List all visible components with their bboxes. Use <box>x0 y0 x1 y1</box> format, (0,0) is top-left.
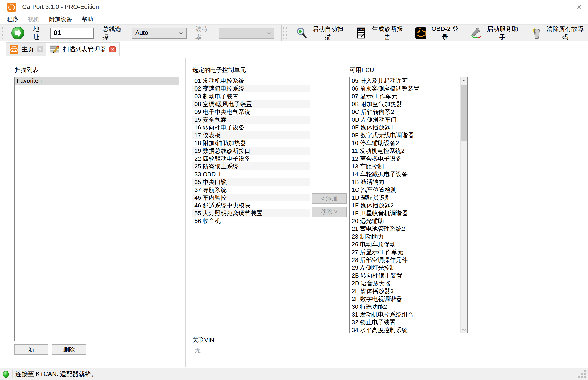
status-divider <box>572 370 572 378</box>
remove-button[interactable]: 移除 > <box>312 207 347 217</box>
list-item[interactable]: 07 显示/工作单元 <box>350 92 460 100</box>
list-item[interactable]: 21 蓄电池管理系统2 <box>350 225 460 233</box>
list-item[interactable]: 06 前乘客侧座椅调整装置 <box>350 85 460 92</box>
selected-ecu-list[interactable]: 01 发动机电控系统02 变速箱电控系统03 制动电子装置08 空调/暖风电子装… <box>192 76 310 333</box>
list-item[interactable]: 14 车轮减振电子设备 <box>350 170 460 178</box>
list-item[interactable]: 10 停车辅助设备2 <box>350 139 460 147</box>
list-item[interactable]: 01 发动机电控系统 <box>192 77 310 85</box>
tab-scanlist-manager[interactable]: 扫描列表管理器 ✕ <box>46 42 120 56</box>
scan-list-box[interactable]: Favoriten <box>15 76 179 341</box>
list-item[interactable]: 56 收音机 <box>192 217 310 225</box>
list-item[interactable]: 1D 驾驶员识别 <box>350 194 460 201</box>
obd2-login-button[interactable]: OBD-2 登录 <box>413 23 463 43</box>
tab-home[interactable]: 主页 ✕ <box>6 42 47 56</box>
diagnostic-report-button[interactable]: OBD 生成诊断报告 <box>354 23 407 43</box>
list-item[interactable]: 08 空调/暖风电子装置 <box>192 100 310 108</box>
list-item[interactable]: 34 水平高度控制系统 <box>350 326 460 333</box>
list-item[interactable]: 12 离合器电子设备 <box>350 155 460 163</box>
list-item[interactable]: 19 数据总线诊断接口 <box>192 147 310 155</box>
list-item[interactable]: 03 制动电子装置 <box>192 92 310 100</box>
list-item[interactable]: 33 OBD II <box>192 170 310 178</box>
tab-bar: 主页 ✕ 扫描列表管理器 ✕ <box>0 42 588 56</box>
clear-dtc-button[interactable]: 清除所有故障码 <box>528 23 588 43</box>
list-item[interactable]: 11 发动机电控系统2 <box>350 147 460 155</box>
list-item[interactable]: 55 大灯照明距离调节装置 <box>192 209 310 217</box>
list-item[interactable]: 28 后部空调操作元件 <box>350 256 460 264</box>
list-item[interactable]: 37 导航系统 <box>192 186 310 194</box>
toolbar: 地址: 总线选择: Auto 波特率: 启动自动扫描 <box>0 24 588 41</box>
start-button[interactable] <box>11 26 24 40</box>
list-item[interactable]: 13 车距控制 <box>350 163 460 170</box>
list-item[interactable]: 0B 附加空气加热器 <box>350 100 460 108</box>
service-assistant-button[interactable]: 启动服务助手 <box>469 23 522 43</box>
list-item[interactable]: 35 中央门锁 <box>192 178 310 186</box>
status-text: 连接至 K+CAN. 适配器就绪。 <box>15 368 97 380</box>
toolbar-separator <box>281 25 282 41</box>
list-item[interactable]: 1F 卫星收音机调谐器 <box>350 209 460 217</box>
list-item[interactable]: 27 后显示/工作单元 <box>350 248 460 256</box>
list-item[interactable]: 15 安全气囊 <box>192 116 310 124</box>
list-item[interactable]: 20 远光辅助 <box>350 217 460 225</box>
list-item[interactable]: 16 转向柱电子设备 <box>192 124 310 131</box>
auto-scan-button[interactable]: 启动自动扫描 <box>294 23 347 43</box>
address-input[interactable] <box>50 27 94 38</box>
list-item[interactable]: 0F 数字式无线电调谐器 <box>350 131 460 139</box>
toolbar-grip <box>2 27 5 39</box>
list-item[interactable]: 2E 媒体播放器3 <box>350 287 460 295</box>
new-button[interactable]: 新 <box>15 344 48 355</box>
list-item[interactable]: 22 四轮驱动电子设备 <box>192 155 310 163</box>
service-assistant-icon <box>470 27 483 39</box>
scanlist-manager-page: 扫描列表 Favoriten 新 删除 选定的电子控制单元 01 发动机电控系统… <box>0 56 588 368</box>
menu-bar: 程序 视图 附加设备 帮助 <box>0 14 588 24</box>
list-item[interactable]: 05 进入及其起动许可 <box>350 77 460 85</box>
list-item[interactable]: 45 车内监控 <box>192 194 310 201</box>
list-item[interactable]: 31 发动机电控系统组合 <box>350 311 460 318</box>
list-item[interactable]: 32 锁止电子装置 <box>350 318 460 326</box>
available-ecu-list[interactable]: 05 进入及其起动许可06 前乘客侧座椅调整装置07 显示/工作单元0B 附加空… <box>349 76 467 333</box>
available-ecu-scrollbar[interactable] <box>460 77 467 333</box>
list-item[interactable]: 1B 激活转向 <box>350 178 460 186</box>
list-item[interactable]: 0E 媒体播放器1 <box>350 124 460 131</box>
list-item[interactable]: 17 仪表板 <box>192 131 310 139</box>
list-item[interactable]: 2F 数字电视调谐器 <box>350 295 460 303</box>
baud-dropdown <box>219 27 274 38</box>
chevron-up-icon <box>462 79 466 82</box>
vin-input[interactable] <box>192 346 310 355</box>
scrollbar-thumb[interactable] <box>461 85 467 141</box>
tab-home-close-icon[interactable]: ✕ <box>37 46 43 52</box>
chevron-down-icon <box>267 32 271 35</box>
list-item[interactable]: 02 变速箱电控系统 <box>192 85 310 92</box>
app-window: CarPort 3.1.0 - PRO-Edition 程序 视图 附加设备 帮… <box>0 0 588 380</box>
tab-scanlist-manager-close-icon[interactable]: ✕ <box>109 46 116 53</box>
menu-item-help[interactable]: 帮助 <box>77 15 98 23</box>
obd2-login-label: OBD-2 登录 <box>429 25 461 41</box>
list-item[interactable]: 23 制动助力 <box>350 233 460 240</box>
add-button[interactable]: < 添加 <box>312 193 347 204</box>
baud-label: 波特率: <box>195 25 215 41</box>
list-item[interactable]: 1E 媒体播放器2 <box>350 201 460 209</box>
list-item[interactable]: 30 特殊功能2 <box>350 303 460 311</box>
list-item[interactable]: Favoriten <box>15 77 179 85</box>
list-item[interactable]: 29 左侧灯光控制 <box>350 264 460 272</box>
minimize-button[interactable] <box>534 0 552 14</box>
maximize-button[interactable] <box>552 0 570 14</box>
list-item[interactable]: 18 附加/辅助加热器 <box>192 139 310 147</box>
scrollbar-down-button[interactable] <box>461 326 467 333</box>
bus-select-dropdown[interactable]: Auto <box>132 27 187 38</box>
app-logo-car-icon <box>7 2 16 12</box>
list-item[interactable]: 26 电动车顶促动 <box>350 240 460 248</box>
close-button[interactable] <box>570 0 588 14</box>
list-item[interactable]: 25 防盗锁止系统 <box>192 163 310 170</box>
list-item[interactable]: 46 舒适系统中央模块 <box>192 201 310 209</box>
scrollbar-up-button[interactable] <box>461 77 467 84</box>
list-item[interactable]: 1C 汽车位置检测 <box>350 186 460 194</box>
list-item[interactable]: 09 电子中央电气系统 <box>192 108 310 116</box>
list-item[interactable]: 0D 左侧滑动车门 <box>350 116 460 124</box>
panel-divider <box>186 58 186 367</box>
list-item[interactable]: 2B 转向柱锁止装置 <box>350 272 460 279</box>
menu-item-accessories[interactable]: 附加设备 <box>44 15 77 23</box>
list-item[interactable]: 0C 后轴转向系2 <box>350 108 460 116</box>
delete-button[interactable]: 删除 <box>52 344 86 355</box>
list-item[interactable]: 2D 语音放大器 <box>350 279 460 287</box>
menu-item-program[interactable]: 程序 <box>2 15 23 23</box>
